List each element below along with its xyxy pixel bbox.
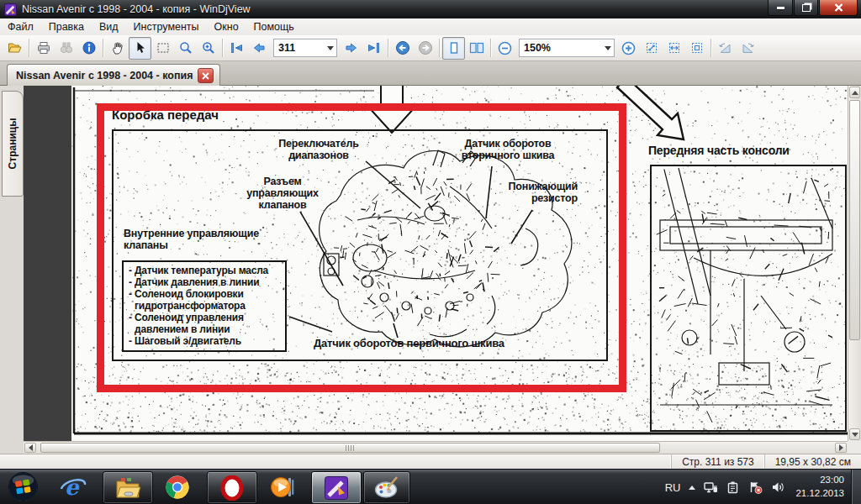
- start-button[interactable]: [2, 471, 44, 502]
- open-button[interactable]: [3, 37, 26, 60]
- language-indicator[interactable]: RU: [661, 475, 685, 500]
- document-tab[interactable]: Nissan Avenir с 1998 - 2004 - копия: [7, 64, 220, 87]
- single-page-layout-button[interactable]: [442, 37, 465, 60]
- zoom-tool-button[interactable]: [174, 37, 197, 60]
- show-hidden-icons-button[interactable]: [684, 475, 700, 500]
- volume-tray-icon[interactable]: [767, 475, 789, 500]
- label-primary-pulley-sensor: Датчик оборотов первичного шкива: [314, 338, 504, 350]
- horizontal-scroll-thumb[interactable]: [40, 443, 660, 453]
- print-button[interactable]: [32, 37, 55, 60]
- minimize-icon: [777, 7, 784, 9]
- windjview-icon: [324, 475, 349, 501]
- menu-window[interactable]: Окно: [207, 19, 246, 34]
- title-bar[interactable]: Nissan Avenir с 1998 - 2004 - копия - Wi…: [0, 0, 861, 18]
- label-range-switch: Переключатель диапазонов: [267, 138, 370, 161]
- first-page-icon: [230, 41, 244, 55]
- vertical-scrollbar[interactable]: [848, 86, 861, 441]
- fit-width-button[interactable]: [663, 37, 685, 60]
- label-valve-connector: Разъем управляющих клапанов: [238, 176, 327, 211]
- menu-help[interactable]: Помощь: [246, 19, 302, 34]
- flag-alert-icon: [748, 480, 763, 494]
- chevron-down-icon: [605, 46, 611, 50]
- custom-zoom-button[interactable]: [197, 37, 219, 60]
- minimize-button[interactable]: [768, 0, 793, 16]
- actual-size-button[interactable]: [685, 37, 708, 60]
- menu-file[interactable]: Файл: [0, 19, 41, 34]
- single-page-icon: [447, 41, 461, 55]
- taskbar-internet-explorer[interactable]: e: [50, 471, 96, 502]
- vertical-scroll-thumb[interactable]: [849, 100, 860, 340]
- valve-list-item: - Соленоид управления давлением в линии: [129, 312, 283, 335]
- marquee-tool-button[interactable]: [151, 37, 174, 60]
- toolbar-separator: [439, 39, 440, 57]
- magnifier-icon: [179, 41, 193, 55]
- arrow-left-icon: [29, 444, 33, 451]
- gearbox-section-title: Коробка передач: [112, 108, 219, 123]
- zoom-in-button[interactable]: [617, 37, 640, 60]
- menu-tools[interactable]: Инструменты: [126, 19, 207, 34]
- menu-view[interactable]: Вид: [92, 19, 126, 34]
- clock-date: 21.12.2013: [795, 487, 844, 501]
- last-page-button[interactable]: [362, 37, 385, 60]
- prev-page-button[interactable]: [248, 37, 271, 60]
- tab-close-button[interactable]: [198, 68, 214, 83]
- menu-edit[interactable]: Правка: [41, 19, 92, 34]
- cursor-icon: [134, 41, 147, 55]
- taskbar-chrome[interactable]: [155, 471, 200, 502]
- scroll-down-button[interactable]: [849, 428, 860, 440]
- restore-button[interactable]: [794, 0, 818, 16]
- taskbar-opera[interactable]: [207, 471, 257, 504]
- search-button[interactable]: [55, 37, 77, 60]
- zoom-out-button[interactable]: [494, 37, 516, 60]
- page-number-dropdown[interactable]: [324, 39, 336, 56]
- forward-button[interactable]: [414, 37, 436, 60]
- zoom-combobox[interactable]: 150%: [519, 39, 615, 57]
- rotate-left-button[interactable]: [714, 37, 737, 60]
- facing-pages-button[interactable]: [465, 37, 488, 60]
- action-center-tray-icon[interactable]: [744, 475, 767, 500]
- scroll-left-button[interactable]: [24, 443, 36, 453]
- thumb-grip: [346, 445, 355, 451]
- arrow-down-icon: [852, 433, 858, 437]
- taskbar-paint[interactable]: [363, 471, 410, 504]
- chrome-icon: [165, 475, 190, 500]
- forward-icon: [418, 40, 433, 55]
- show-desktop-button[interactable]: [851, 470, 861, 504]
- workspace: Страницы: [0, 86, 861, 454]
- clock[interactable]: 23:00 21.12.2013: [789, 474, 851, 500]
- pan-tool-button[interactable]: [106, 37, 129, 60]
- system-tray: RU: [661, 470, 861, 504]
- taskbar-media-player[interactable]: [261, 471, 306, 502]
- scroll-up-button[interactable]: [849, 87, 860, 98]
- scanned-page[interactable]: Коробка передач Переключатель диапазонов…: [71, 86, 848, 441]
- zoom-dropdown[interactable]: [601, 39, 614, 56]
- chevron-down-icon: [327, 46, 334, 50]
- back-button[interactable]: [391, 37, 414, 60]
- last-page-icon: [367, 41, 381, 55]
- close-button[interactable]: [819, 0, 858, 16]
- fit-page-button[interactable]: [640, 37, 663, 60]
- taskbar-windjview[interactable]: [311, 471, 362, 504]
- horizontal-scrollbar[interactable]: [24, 441, 848, 454]
- taskbar-windows-explorer[interactable]: [103, 471, 153, 504]
- console-section-title: Передняя часть консоли: [648, 144, 790, 158]
- sidebar-tab-pages[interactable]: Страницы: [2, 91, 24, 197]
- arrow-up-icon: [852, 91, 858, 95]
- rotate-right-button[interactable]: [737, 37, 759, 60]
- taskbar: e: [0, 469, 861, 504]
- scrollbar-corner: [848, 441, 861, 454]
- network-tray-icon[interactable]: [700, 475, 722, 500]
- rotate-right-icon: [741, 41, 755, 55]
- menu-bar: Файл Правка Вид Инструменты Окно Помощь: [0, 18, 861, 36]
- select-tool-button[interactable]: [129, 37, 151, 60]
- toolbar-separator: [490, 39, 491, 57]
- next-page-button[interactable]: [340, 37, 362, 60]
- valve-components-box: - Датчик температуры масла - Датчик давл…: [122, 260, 287, 352]
- first-page-button[interactable]: [225, 37, 248, 60]
- page-number-combobox[interactable]: 311: [273, 39, 337, 57]
- usb-tray-icon[interactable]: [722, 475, 744, 500]
- document-tab-bar: Nissan Avenir с 1998 - 2004 - копия: [0, 61, 861, 86]
- status-bar: Стр. 311 из 573 19,95 x 30,82 см: [0, 454, 861, 469]
- scroll-right-button[interactable]: [835, 443, 847, 453]
- about-button[interactable]: [77, 37, 100, 60]
